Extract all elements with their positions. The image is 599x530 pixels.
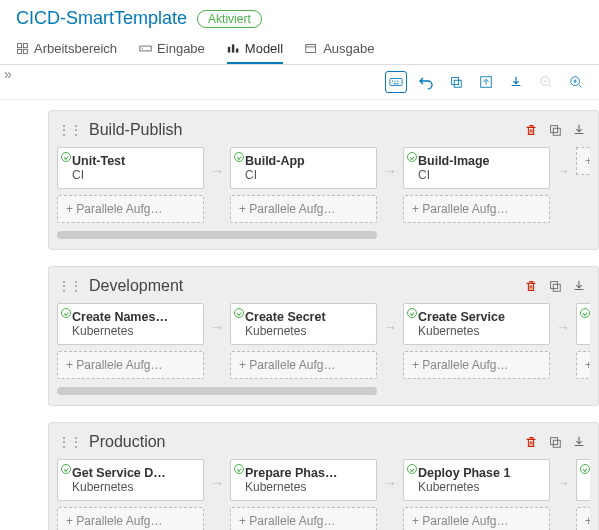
task-card[interactable]: Get Service D… Kubernetes xyxy=(57,459,204,501)
task-name: Create Secret xyxy=(245,310,368,324)
svg-rect-6 xyxy=(228,47,230,53)
add-sequential-button[interactable]: + Seque xyxy=(576,147,590,175)
flow-arrow-icon: → xyxy=(550,163,576,207)
stage-title: Build-Publish xyxy=(89,121,182,139)
svg-point-13 xyxy=(395,81,396,82)
task-card[interactable]: Build-Image CI xyxy=(403,147,550,189)
task-type: Kubernetes xyxy=(72,324,195,338)
stage: ⋮⋮ Development Create Names… Kubernetes … xyxy=(48,266,599,406)
status-ok-icon xyxy=(234,308,244,318)
task-name: Build-Image xyxy=(418,154,541,168)
status-ok-icon xyxy=(407,464,417,474)
flow-arrow-icon: → xyxy=(377,475,403,519)
add-parallel-button[interactable]: + Parallele Aufg… xyxy=(403,195,550,223)
add-parallel-button[interactable]: + Parallele Aufg… xyxy=(57,351,204,379)
download-stage-icon[interactable] xyxy=(572,279,586,293)
add-parallel-button[interactable]: + Para xyxy=(576,507,590,530)
delete-icon[interactable] xyxy=(524,279,538,293)
output-icon xyxy=(305,42,318,55)
flow-arrow-icon: → xyxy=(204,163,230,207)
svg-rect-7 xyxy=(232,44,234,52)
zoom-out-icon[interactable] xyxy=(535,71,557,93)
keyboard-icon[interactable] xyxy=(385,71,407,93)
status-ok-icon xyxy=(61,152,71,162)
task-card[interactable]: Build-App CI xyxy=(230,147,377,189)
flow-arrow-icon: → xyxy=(550,319,576,363)
svg-point-14 xyxy=(397,81,398,82)
status-ok-icon xyxy=(234,464,244,474)
task-card[interactable]: Create Names… Kubernetes xyxy=(57,303,204,345)
task-card[interactable]: Creat Kube xyxy=(576,303,590,345)
export-icon[interactable] xyxy=(475,71,497,93)
add-parallel-button[interactable]: + Parallele Aufg… xyxy=(57,195,204,223)
tab-workspace[interactable]: Arbeitsbereich xyxy=(16,35,117,64)
task-card[interactable]: Unit-Test CI xyxy=(57,147,204,189)
flow-arrow-icon: → xyxy=(377,319,403,363)
task-name: Create Names… xyxy=(72,310,195,324)
add-parallel-button[interactable]: + Parallele Aufg… xyxy=(57,507,204,530)
svg-point-12 xyxy=(392,81,393,82)
add-parallel-button[interactable]: + Parallele Aufg… xyxy=(403,507,550,530)
download-icon[interactable] xyxy=(505,71,527,93)
delete-icon[interactable] xyxy=(524,435,538,449)
task-type: Kubernetes xyxy=(245,480,368,494)
workspace-icon xyxy=(16,42,29,55)
task-card[interactable]: Prepare Phas… Kubernetes xyxy=(230,459,377,501)
add-parallel-button[interactable]: + Parallele Aufg… xyxy=(230,195,377,223)
task-card[interactable]: Create Service Kubernetes xyxy=(403,303,550,345)
duplicate-icon[interactable] xyxy=(548,123,562,137)
page-title: CICD-SmartTemplate xyxy=(16,8,187,29)
svg-rect-29 xyxy=(553,284,560,291)
task-name: Build-App xyxy=(245,154,368,168)
task-name: Prepare Phas… xyxy=(245,466,368,480)
task-card[interactable]: Veri POLL xyxy=(576,459,590,501)
toolbar xyxy=(0,65,599,100)
task-type: Kubernetes xyxy=(418,324,541,338)
tab-model[interactable]: Modell xyxy=(227,35,283,64)
task-card[interactable]: Deploy Phase 1 Kubernetes xyxy=(403,459,550,501)
task-card[interactable]: Create Secret Kubernetes xyxy=(230,303,377,345)
drag-handle-icon[interactable]: ⋮⋮ xyxy=(57,434,81,450)
flow-arrow-icon: → xyxy=(204,475,230,519)
copy-icon[interactable] xyxy=(445,71,467,93)
duplicate-icon[interactable] xyxy=(548,279,562,293)
expand-panel-icon[interactable]: » xyxy=(4,66,12,82)
horizontal-scrollbar[interactable] xyxy=(57,231,377,239)
drag-handle-icon[interactable]: ⋮⋮ xyxy=(57,122,81,138)
task-name: Get Service D… xyxy=(72,466,195,480)
tab-label: Eingabe xyxy=(157,41,205,56)
horizontal-scrollbar[interactable] xyxy=(57,387,377,395)
status-ok-icon xyxy=(407,152,417,162)
svg-rect-3 xyxy=(23,49,27,53)
svg-rect-9 xyxy=(306,44,316,52)
drag-handle-icon[interactable]: ⋮⋮ xyxy=(57,278,81,294)
add-parallel-button[interactable]: + Parallele Aufg… xyxy=(230,351,377,379)
status-badge: Aktiviert xyxy=(197,10,262,28)
task-type: CI xyxy=(72,168,195,182)
task-name: Unit-Test xyxy=(72,154,195,168)
flow-arrow-icon: → xyxy=(377,163,403,207)
add-parallel-button[interactable]: + Parallele Aufg… xyxy=(230,507,377,530)
input-icon xyxy=(139,42,152,55)
download-stage-icon[interactable] xyxy=(572,435,586,449)
add-parallel-button[interactable]: + Parallele Aufg… xyxy=(403,351,550,379)
tab-output[interactable]: Ausgabe xyxy=(305,35,374,64)
svg-rect-4 xyxy=(140,46,151,51)
svg-rect-27 xyxy=(553,128,560,135)
download-stage-icon[interactable] xyxy=(572,123,586,137)
tab-bar: Arbeitsbereich Eingabe Modell Ausgabe xyxy=(0,33,599,65)
task-name: Deploy Phase 1 xyxy=(418,466,541,480)
svg-rect-26 xyxy=(551,126,558,133)
task-type: Kubernetes xyxy=(72,480,195,494)
zoom-in-icon[interactable] xyxy=(565,71,587,93)
status-ok-icon xyxy=(234,152,244,162)
add-parallel-button[interactable]: + Para xyxy=(576,351,590,379)
status-ok-icon xyxy=(61,308,71,318)
duplicate-icon[interactable] xyxy=(548,435,562,449)
tab-input[interactable]: Eingabe xyxy=(139,35,205,64)
svg-rect-11 xyxy=(390,79,402,86)
delete-icon[interactable] xyxy=(524,123,538,137)
svg-line-20 xyxy=(549,85,552,88)
undo-icon[interactable] xyxy=(415,71,437,93)
task-name: Create Service xyxy=(418,310,541,324)
